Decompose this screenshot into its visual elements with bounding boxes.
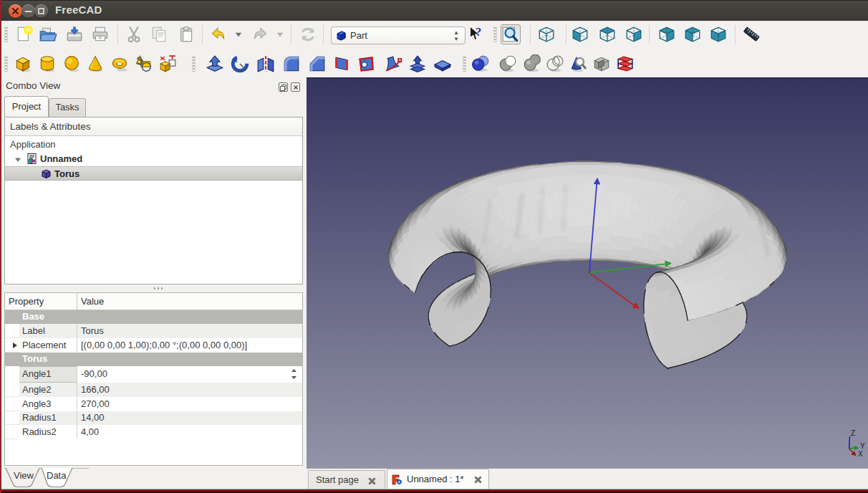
- svg-text:X: X: [858, 450, 863, 458]
- svg-text:Y: Y: [860, 442, 865, 450]
- svg-text:?: ?: [476, 26, 481, 39]
- svg-text:Data: Data: [47, 470, 67, 481]
- svg-text:View: View: [14, 470, 34, 481]
- svg-text:Z: Z: [851, 429, 855, 437]
